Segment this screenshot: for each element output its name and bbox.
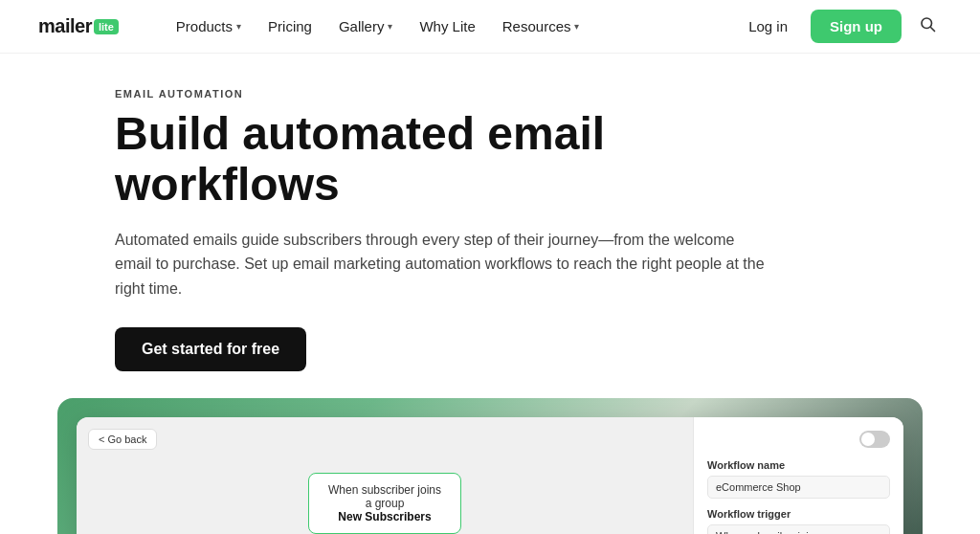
chevron-down-icon-resources: ▾ — [574, 21, 579, 32]
hero-tag: EMAIL AUTOMATION — [115, 88, 865, 100]
navbar: mailerlite Products ▾ Pricing Gallery ▾ … — [0, 0, 980, 54]
nav-label-pricing: Pricing — [268, 18, 312, 34]
search-button[interactable] — [913, 10, 942, 43]
workflow-name-label: Workflow name — [707, 459, 890, 471]
workflow-settings-panel: Workflow name eCommerce Shop Workflow tr… — [693, 417, 903, 534]
login-button[interactable]: Log in — [737, 11, 799, 42]
nav-item-resources[interactable]: Resources ▾ — [491, 11, 591, 42]
cta-button[interactable]: Get started for free — [115, 327, 306, 371]
nav-label-whylite: Why Lite — [419, 18, 475, 34]
trigger-label: Workflow trigger — [707, 508, 890, 520]
chevron-down-icon: ▾ — [236, 21, 241, 32]
hero-title: Build automated email workflows — [115, 109, 804, 211]
nav-label-resources: Resources — [502, 18, 571, 34]
nav-label-products: Products — [176, 18, 233, 34]
svg-point-0 — [922, 18, 932, 29]
nav-links: Products ▾ Pricing Gallery ▾ Why Lite Re… — [165, 11, 737, 42]
nav-item-products[interactable]: Products ▾ — [165, 11, 253, 42]
nav-item-gallery[interactable]: Gallery ▾ — [327, 11, 405, 42]
hero-description: Automated emails guide subscribers throu… — [115, 228, 766, 301]
workflow-trigger-group: New Subscribers — [338, 510, 431, 523]
logo[interactable]: mailerlite — [38, 15, 119, 37]
svg-line-1 — [931, 28, 935, 32]
nav-right: Log in Sign up — [737, 10, 942, 43]
workflow-name-value: eCommerce Shop — [707, 476, 890, 499]
demo-section: < Go back When subscriber joins a group … — [57, 398, 923, 534]
workflow-canvas: < Go back When subscriber joins a group … — [77, 417, 693, 534]
workflow-trigger-text: When subscriber joins a group — [328, 483, 441, 510]
app-mockup: < Go back When subscriber joins a group … — [77, 417, 903, 534]
nav-item-whylite[interactable]: Why Lite — [408, 11, 486, 42]
search-icon — [919, 15, 936, 33]
logo-tag: lite — [94, 19, 119, 34]
active-toggle[interactable] — [859, 431, 890, 448]
nav-item-pricing[interactable]: Pricing — [256, 11, 323, 42]
chevron-down-icon-gallery: ▾ — [388, 21, 392, 32]
trigger-value: When subscriber joins a group — [707, 524, 890, 534]
go-back-button[interactable]: < Go back — [88, 429, 157, 450]
logo-brand: mailer — [38, 15, 92, 37]
nav-label-gallery: Gallery — [339, 18, 385, 34]
workflow-trigger-box[interactable]: When subscriber joins a group New Subscr… — [308, 473, 461, 534]
signup-button[interactable]: Sign up — [811, 10, 902, 43]
hero-section: EMAIL AUTOMATION Build automated email w… — [0, 54, 980, 398]
toggle-row — [707, 431, 890, 448]
